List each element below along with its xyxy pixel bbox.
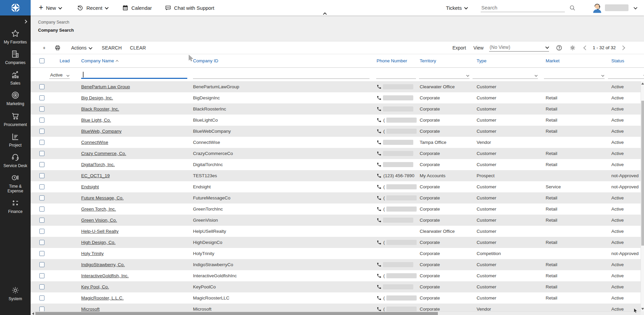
expand-sidebar-icon[interactable] — [23, 20, 27, 23]
phone-icon[interactable] — [377, 140, 382, 145]
company-name-filter-input[interactable] — [81, 70, 187, 79]
export-button[interactable]: Export — [452, 45, 466, 51]
company-name-link[interactable]: Green Vision, Co. — [81, 218, 117, 223]
phone-icon[interactable] — [377, 84, 382, 89]
market-filter-select[interactable] — [544, 70, 605, 79]
search-button[interactable]: SEARCH — [102, 45, 122, 51]
row-checkbox[interactable] — [39, 140, 44, 145]
connectwise-logo[interactable] — [0, 0, 31, 15]
company-name-link[interactable]: EC_OCT1_19 — [81, 173, 110, 178]
next-page-icon[interactable] — [620, 45, 625, 50]
company-name-link[interactable]: Black Rooster, Inc. — [81, 106, 119, 112]
sidebar-item-procurement[interactable]: Procurement — [0, 112, 31, 127]
phone-icon[interactable] — [377, 218, 382, 223]
add-company-button[interactable]: + — [43, 45, 45, 50]
actions-menu[interactable]: Actions — [71, 45, 92, 51]
company-name-link[interactable]: Holy Trinity — [81, 251, 104, 256]
row-checkbox[interactable] — [39, 195, 44, 200]
company-name-link[interactable]: Endsight — [81, 184, 99, 189]
select-all-checkbox[interactable] — [39, 58, 44, 63]
company-name-link[interactable]: BlueWeb, Company — [81, 129, 122, 134]
company-name-link[interactable]: MagicRooster, L.L.C. — [81, 295, 124, 301]
print-button[interactable] — [54, 44, 61, 51]
row-checkbox[interactable] — [39, 229, 44, 234]
company-name-link[interactable]: High Design, Co. — [81, 240, 116, 245]
column-header-company-name[interactable]: Company Name — [70, 58, 191, 63]
breadcrumb[interactable]: Company Search — [38, 20, 644, 25]
view-select[interactable]: (No View) — [489, 44, 549, 52]
help-button[interactable] — [556, 44, 562, 51]
sidebar-item-sales[interactable]: Sales — [0, 70, 31, 86]
company-name-link[interactable]: ConnectWise — [81, 140, 108, 145]
company-name-link[interactable]: Blue Light, Co. — [81, 118, 111, 123]
company-name-link[interactable]: BenePartum Law Group — [81, 84, 130, 89]
sidebar-item-marketing[interactable]: Marketing — [0, 91, 31, 106]
phone-icon[interactable] — [377, 295, 382, 301]
sidebar-item-finance[interactable]: Finance — [0, 198, 31, 214]
column-header-type[interactable]: Type — [472, 58, 542, 63]
row-checkbox[interactable] — [39, 251, 44, 256]
lead-filter-select[interactable]: Active — [49, 70, 70, 79]
company-name-link[interactable]: IndigoStrawberry, Co. — [81, 262, 125, 267]
scroll-up-icon[interactable] — [641, 83, 644, 85]
sidebar-item-system[interactable]: System — [0, 286, 31, 301]
company-name-link[interactable]: Microsoft — [81, 307, 100, 312]
phone-icon[interactable] — [377, 284, 382, 289]
phone-icon[interactable] — [377, 129, 382, 134]
sidebar-item-my-favorites[interactable]: My Favorites — [0, 29, 31, 44]
horizontal-scrollbar[interactable] — [31, 311, 641, 315]
company-name-link[interactable]: InteractiveGoldfish, Inc. — [81, 273, 129, 278]
phone-icon[interactable] — [377, 240, 382, 245]
row-checkbox[interactable] — [39, 295, 44, 301]
company-id-filter-input[interactable] — [193, 70, 369, 79]
vertical-scrollbar[interactable] — [641, 81, 644, 311]
phone-icon[interactable] — [377, 118, 382, 123]
phone-icon[interactable] — [377, 184, 382, 189]
row-checkbox[interactable] — [39, 173, 44, 178]
search-icon[interactable] — [569, 4, 576, 11]
phone-filter-input[interactable] — [376, 70, 416, 79]
row-checkbox[interactable] — [39, 273, 44, 278]
column-header-market[interactable]: Market — [542, 58, 606, 63]
clear-button[interactable]: CLEAR — [130, 45, 146, 51]
phone-icon[interactable] — [377, 173, 382, 178]
new-button[interactable]: + New — [39, 4, 61, 11]
company-name-link[interactable]: Key Pool, Co. — [81, 284, 109, 289]
column-header-status[interactable]: Status — [606, 58, 644, 63]
phone-icon[interactable] — [377, 273, 382, 278]
company-name-link[interactable]: Crazy Commerce, Co. — [81, 151, 126, 156]
company-name-link[interactable]: DigitalTorch, Inc. — [81, 162, 115, 167]
phone-icon[interactable] — [377, 151, 382, 156]
column-header-phone[interactable]: Phone Number — [375, 58, 418, 63]
row-checkbox[interactable] — [39, 106, 44, 112]
phone-icon[interactable] — [377, 262, 382, 267]
row-checkbox[interactable] — [39, 284, 44, 289]
grid-settings-button[interactable] — [569, 44, 576, 51]
column-header-territory[interactable]: Territory — [418, 58, 472, 63]
tickets-button[interactable]: Tickets — [446, 5, 467, 11]
row-checkbox[interactable] — [39, 151, 44, 156]
company-name-link[interactable]: Big Design, Inc. — [81, 95, 113, 100]
phone-icon[interactable] — [377, 95, 382, 100]
phone-icon[interactable] — [377, 195, 382, 200]
row-checkbox[interactable] — [39, 129, 44, 134]
sidebar-item-project[interactable]: Project — [0, 132, 31, 148]
sidebar-item-time-expense[interactable]: Time & Expense — [0, 173, 31, 193]
column-header-lead[interactable]: Lead — [47, 58, 70, 63]
status-filter-select[interactable] — [608, 70, 644, 79]
phone-icon[interactable] — [377, 162, 382, 167]
row-checkbox[interactable] — [39, 162, 44, 167]
phone-icon[interactable] — [377, 106, 382, 112]
row-checkbox[interactable] — [39, 95, 44, 100]
row-checkbox[interactable] — [39, 207, 44, 212]
row-checkbox[interactable] — [39, 240, 44, 245]
row-checkbox[interactable] — [39, 118, 44, 123]
phone-icon[interactable] — [377, 307, 382, 312]
sidebar-item-companies[interactable]: Companies — [0, 50, 31, 65]
scroll-left-icon[interactable] — [32, 312, 34, 315]
previous-page-icon[interactable] — [583, 45, 588, 50]
horizontal-scrollbar-thumb[interactable] — [35, 312, 438, 315]
row-checkbox[interactable] — [39, 218, 44, 223]
vertical-scrollbar-thumb[interactable] — [641, 101, 644, 246]
territory-filter-select[interactable] — [419, 70, 470, 79]
